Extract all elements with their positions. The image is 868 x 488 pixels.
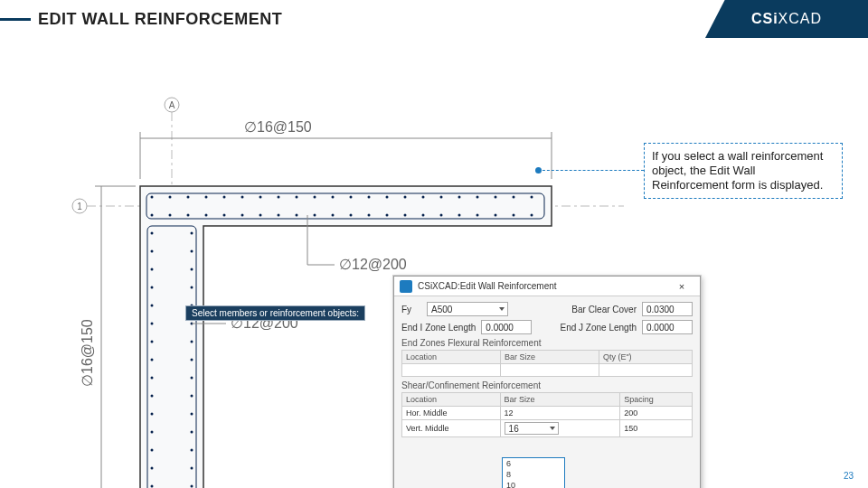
row-vert-bar[interactable]: 16 xyxy=(500,420,620,437)
svg-point-32 xyxy=(531,196,533,199)
row-hor-label: Hor. Middle xyxy=(402,407,501,420)
svg-point-23 xyxy=(368,196,371,199)
svg-point-49 xyxy=(440,214,443,217)
svg-point-57 xyxy=(151,250,154,253)
svg-point-29 xyxy=(476,196,479,199)
content-area: A 1 ∅16@150 ∅16@150 ∅12@2 xyxy=(0,52,868,477)
row-hor-spc[interactable]: 200 xyxy=(620,407,693,420)
callout-box: If you select a wall reinforcement objec… xyxy=(644,143,843,199)
svg-point-63 xyxy=(151,359,154,361)
fy-label: Fy xyxy=(401,305,421,314)
svg-point-26 xyxy=(422,196,425,199)
endi-field[interactable]: 0.0000 xyxy=(481,320,532,334)
svg-point-36 xyxy=(205,214,208,217)
svg-point-42 xyxy=(314,214,316,217)
svg-point-39 xyxy=(259,214,262,217)
svg-point-77 xyxy=(191,341,193,343)
endzone-table: Location Bar Size Qty (E") xyxy=(401,350,693,377)
dropdown-option[interactable]: 10 xyxy=(503,480,564,488)
svg-point-38 xyxy=(241,214,244,217)
edit-wall-reinforcement-dialog: CSiXCAD:Edit Wall Reinforcement × Fy A50… xyxy=(393,276,701,488)
svg-point-68 xyxy=(151,449,154,452)
svg-point-35 xyxy=(187,214,190,217)
brand-logo: CSiXCAD xyxy=(705,0,868,38)
svg-point-62 xyxy=(151,341,154,343)
svg-point-18 xyxy=(278,196,280,199)
left-dimension: ∅16@150 xyxy=(80,319,95,387)
svg-point-46 xyxy=(386,214,389,217)
svg-point-65 xyxy=(151,395,154,398)
svg-point-53 xyxy=(513,214,515,217)
section-shear: Shear/Confinement Reinforcement xyxy=(401,380,693,390)
shear-table: Location Bar Size Spacing Hor. Middle 12… xyxy=(401,392,693,437)
table-row[interactable]: Hor. Middle 12 200 xyxy=(402,407,693,420)
svg-point-31 xyxy=(513,196,515,199)
callout-connector xyxy=(538,170,644,171)
svg-point-73 xyxy=(191,268,193,271)
svg-point-33 xyxy=(151,214,154,217)
svg-point-58 xyxy=(151,268,154,271)
brand-xcad: XCAD xyxy=(778,11,822,26)
row-hor-bar[interactable]: 12 xyxy=(500,407,620,420)
svg-point-28 xyxy=(458,196,461,199)
svg-point-50 xyxy=(458,214,461,217)
col-qty: Qty (E") xyxy=(599,351,692,364)
svg-point-22 xyxy=(350,196,353,199)
fy-combo[interactable]: A500 xyxy=(427,302,508,316)
app-icon xyxy=(400,280,412,293)
svg-point-80 xyxy=(191,395,193,398)
svg-point-83 xyxy=(191,449,193,452)
dialog-titlebar: CSiXCAD:Edit Wall Reinforcement × xyxy=(394,277,700,296)
svg-point-25 xyxy=(404,196,407,199)
svg-point-17 xyxy=(259,196,262,199)
svg-point-45 xyxy=(368,214,371,217)
close-button[interactable]: × xyxy=(669,279,694,294)
col-barsize-2: Bar Size xyxy=(500,393,620,407)
row-vert-spc[interactable]: 150 xyxy=(620,420,693,437)
svg-point-14 xyxy=(205,196,208,199)
dropdown-option[interactable]: 8 xyxy=(503,469,564,480)
svg-point-47 xyxy=(404,214,407,217)
svg-point-74 xyxy=(191,286,193,289)
svg-point-24 xyxy=(386,196,389,199)
endi-label: End I Zone Length xyxy=(401,323,476,333)
col-spacing: Spacing xyxy=(620,393,693,407)
barsize-dropdown[interactable]: 6 8 10 12 16 20 25 xyxy=(502,457,565,488)
cover-field[interactable]: 0.0300 xyxy=(642,302,693,316)
svg-point-79 xyxy=(191,377,193,380)
command-prompt: Select members or reinforcement objects: xyxy=(185,305,365,321)
col-location-2: Location xyxy=(402,393,501,407)
svg-point-12 xyxy=(169,196,172,199)
svg-point-20 xyxy=(314,196,316,199)
svg-point-59 xyxy=(151,286,154,289)
svg-point-52 xyxy=(495,214,497,217)
title-rule xyxy=(0,18,31,21)
svg-point-54 xyxy=(531,214,533,217)
svg-point-61 xyxy=(151,323,154,325)
svg-point-51 xyxy=(476,214,479,217)
dialog-title: CSiXCAD:Edit Wall Reinforcement xyxy=(418,281,669,291)
svg-point-85 xyxy=(191,485,193,488)
col-location: Location xyxy=(402,351,501,364)
svg-point-30 xyxy=(495,196,497,199)
grid-label-1: 1 xyxy=(77,202,82,211)
svg-point-69 xyxy=(151,467,154,470)
svg-point-64 xyxy=(151,377,154,380)
top-dimension: ∅16@150 xyxy=(244,119,312,135)
page-number: 23 xyxy=(844,471,854,481)
callout-text: If you select a wall reinforcement objec… xyxy=(652,149,823,192)
svg-point-41 xyxy=(296,214,298,217)
dropdown-option[interactable]: 6 xyxy=(503,458,564,469)
endj-field[interactable]: 0.0000 xyxy=(642,320,693,334)
svg-point-43 xyxy=(332,214,335,217)
svg-point-84 xyxy=(191,467,193,470)
grid-label-a: A xyxy=(169,100,175,110)
svg-point-67 xyxy=(151,431,154,434)
svg-point-56 xyxy=(151,232,154,235)
svg-point-72 xyxy=(191,250,193,253)
brand-csi: CSi xyxy=(751,11,778,26)
table-row[interactable]: Vert. Middle 16 150 xyxy=(402,420,693,437)
cover-label: Bar Clear Cover xyxy=(571,305,637,314)
endj-label: End J Zone Length xyxy=(560,323,637,333)
svg-point-60 xyxy=(151,305,154,307)
